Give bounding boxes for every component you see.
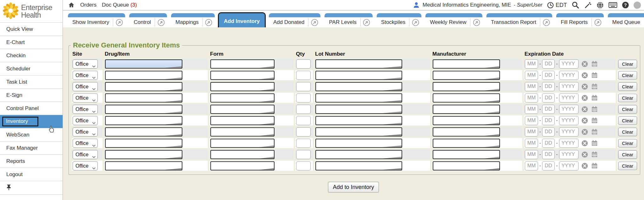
- lot-number-input[interactable]: [315, 82, 402, 91]
- exp-year-input[interactable]: [559, 161, 579, 170]
- site-select[interactable]: Office: [73, 139, 98, 148]
- calendar-icon[interactable]: [591, 117, 598, 124]
- qty-input[interactable]: [296, 105, 311, 114]
- tab[interactable]: Mappings: [171, 13, 215, 27]
- tab[interactable]: Med Queue: [608, 13, 644, 27]
- manufacturer-input[interactable]: [433, 127, 500, 136]
- open-in-new-icon[interactable]: [592, 19, 604, 26]
- exp-day-input[interactable]: [542, 161, 555, 170]
- clear-row-button[interactable]: Clear: [618, 139, 637, 147]
- form-input[interactable]: [210, 127, 275, 136]
- clear-date-icon[interactable]: [581, 83, 588, 90]
- exp-year-input[interactable]: [559, 71, 579, 80]
- breadcrumb-orders[interactable]: Orders: [80, 2, 97, 8]
- exp-month-input[interactable]: [525, 150, 538, 159]
- site-select[interactable]: Office: [73, 71, 98, 80]
- form-input[interactable]: [210, 105, 275, 114]
- calendar-icon[interactable]: [591, 106, 598, 113]
- manufacturer-input[interactable]: [433, 150, 500, 159]
- manufacturer-input[interactable]: [433, 105, 500, 114]
- exp-month-input[interactable]: [525, 127, 538, 136]
- tab[interactable]: Transaction Report: [486, 13, 552, 27]
- calendar-icon[interactable]: [591, 151, 598, 158]
- clear-row-button[interactable]: Clear: [618, 128, 637, 136]
- clear-date-icon[interactable]: [581, 162, 588, 169]
- clock-icon[interactable]: [547, 2, 554, 9]
- sidebar-item[interactable]: Scheduler: [0, 62, 63, 75]
- clear-date-icon[interactable]: [581, 140, 588, 147]
- exp-month-input[interactable]: [525, 139, 538, 148]
- manufacturer-input[interactable]: [433, 59, 500, 69]
- form-input[interactable]: [210, 59, 275, 69]
- sidebar-item[interactable]: Control Panel: [0, 102, 63, 115]
- form-input[interactable]: [210, 161, 275, 170]
- exp-month-input[interactable]: [525, 93, 538, 103]
- exp-year-input[interactable]: [559, 139, 579, 148]
- drug-item-input[interactable]: [105, 139, 182, 148]
- lot-number-input[interactable]: [315, 71, 402, 80]
- open-in-new-icon[interactable]: [308, 19, 320, 26]
- form-input[interactable]: [210, 93, 275, 103]
- qty-input[interactable]: [296, 71, 311, 80]
- clear-row-button[interactable]: Clear: [618, 116, 637, 125]
- exp-day-input[interactable]: [542, 139, 555, 148]
- exp-month-input[interactable]: [525, 105, 538, 114]
- add-to-inventory-button[interactable]: Add to Inventory: [328, 182, 379, 192]
- clear-row-button[interactable]: Clear: [618, 71, 637, 80]
- site-select[interactable]: Office: [73, 127, 98, 136]
- drug-item-input[interactable]: [105, 71, 182, 80]
- manufacturer-input[interactable]: [433, 139, 500, 148]
- globe-icon[interactable]: [596, 1, 604, 9]
- exp-day-input[interactable]: [542, 71, 555, 80]
- open-in-new-icon[interactable]: [470, 19, 482, 26]
- calendar-icon[interactable]: [591, 72, 598, 79]
- open-in-new-icon[interactable]: [203, 19, 215, 26]
- form-input[interactable]: [210, 116, 275, 125]
- clear-date-icon[interactable]: [581, 94, 588, 102]
- clear-date-icon[interactable]: [581, 106, 588, 113]
- sidebar-item[interactable]: E-Chart: [0, 36, 63, 49]
- site-select[interactable]: Office: [73, 150, 98, 159]
- avatar[interactable]: [634, 2, 641, 9]
- lot-number-input[interactable]: [315, 105, 402, 114]
- exp-day-input[interactable]: [542, 93, 555, 103]
- tab[interactable]: Add Donated: [269, 13, 320, 27]
- exp-year-input[interactable]: [559, 105, 579, 114]
- drug-item-input[interactable]: [105, 59, 182, 69]
- exp-year-input[interactable]: [559, 59, 579, 69]
- open-in-new-icon[interactable]: [361, 19, 373, 26]
- tab[interactable]: Stockpiles: [377, 13, 421, 27]
- lot-number-input[interactable]: [315, 150, 402, 159]
- form-input[interactable]: [210, 71, 275, 80]
- qty-input[interactable]: [296, 139, 311, 148]
- clear-row-button[interactable]: Clear: [618, 94, 637, 102]
- lot-number-input[interactable]: [315, 139, 402, 148]
- calendar-icon[interactable]: [591, 94, 598, 102]
- tab[interactable]: Fill Reports: [556, 13, 604, 27]
- exp-year-input[interactable]: [559, 82, 579, 91]
- calendar-icon[interactable]: [591, 140, 598, 147]
- qty-input[interactable]: [296, 150, 311, 159]
- open-in-new-icon[interactable]: [540, 19, 552, 26]
- exp-day-input[interactable]: [542, 82, 555, 91]
- site-select[interactable]: Office: [73, 116, 98, 125]
- drug-item-input[interactable]: [105, 150, 182, 159]
- exp-month-input[interactable]: [525, 82, 538, 91]
- calendar-icon[interactable]: [591, 60, 598, 68]
- form-input[interactable]: [210, 139, 275, 148]
- drug-item-input[interactable]: [105, 82, 182, 91]
- manufacturer-input[interactable]: [433, 161, 500, 170]
- sidebar-item[interactable]: Checkin: [0, 49, 63, 62]
- exp-year-input[interactable]: [559, 127, 579, 136]
- tab[interactable]: Show Inventory: [68, 13, 125, 27]
- site-select[interactable]: Office: [73, 59, 98, 69]
- sidebar-item[interactable]: E-Sign: [0, 89, 63, 102]
- lot-number-input[interactable]: [315, 161, 402, 170]
- home-icon[interactable]: [68, 2, 75, 8]
- clear-date-icon[interactable]: [581, 117, 588, 124]
- exp-day-input[interactable]: [542, 59, 555, 69]
- sidebar-item[interactable]: Reports: [0, 155, 63, 168]
- exp-month-input[interactable]: [525, 59, 538, 69]
- clear-row-button[interactable]: Clear: [618, 162, 637, 170]
- tab[interactable]: PAR Levels: [325, 13, 373, 27]
